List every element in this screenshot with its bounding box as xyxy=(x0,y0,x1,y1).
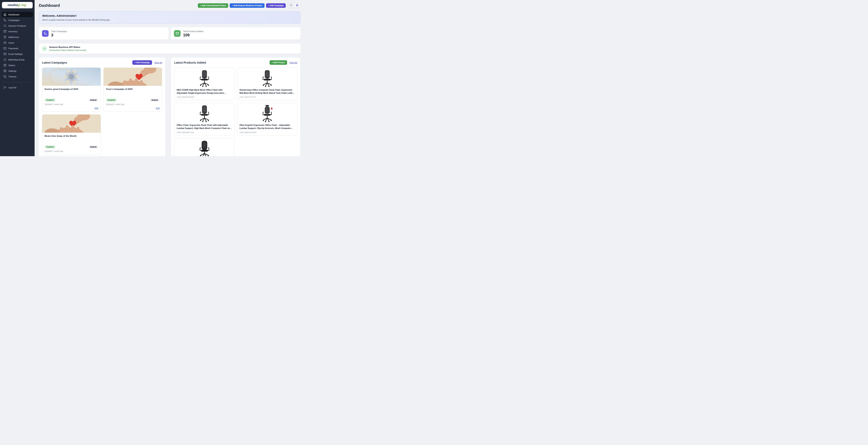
product-card-furmax[interactable]: Furmax Office Executive Chair High Back … xyxy=(174,138,235,156)
product-asin: ASIN: B0D3CX7FTL xyxy=(240,96,294,98)
grid-view-button[interactable] xyxy=(294,3,300,7)
main-content: Dashboard + Add Conventional Product + A… xyxy=(35,0,305,156)
sidebar-item-themes[interactable]: Themes xyxy=(2,74,33,79)
products-view-all-link[interactable]: View All xyxy=(289,61,297,64)
latest-campaigns-panel: Latest Campaigns + Add Campaign View All xyxy=(39,58,165,156)
api-status-value: Connected (Token Refresh Successful) xyxy=(49,49,86,51)
sidebar-item-inventory[interactable]: Inventory xyxy=(2,29,33,34)
app-root: mindfulgiing™ Dashboard Campaigns Amazon… xyxy=(0,0,305,156)
credit-card-icon xyxy=(3,47,6,50)
products-grid: NEO CHAIR High Back Mesh Office Chair wi… xyxy=(174,67,297,156)
view-toggle xyxy=(288,3,301,8)
campaign-image-heart-hands xyxy=(42,115,101,132)
archive-icon xyxy=(3,30,6,33)
sidebar-item-label: Addresses xyxy=(8,36,19,38)
campaign-card-tony[interactable]: Tony's Campaign of 2025 Enabled default … xyxy=(103,67,162,112)
topbar-actions: + Add Conventional Product + Add Amazon … xyxy=(198,3,301,8)
products-archive-icon xyxy=(174,30,181,37)
product-asin: ASIN: B09JWFHX3Z xyxy=(177,131,232,134)
product-title: Office Chair, Ergonomic Desk Chair with … xyxy=(177,124,232,130)
add-conventional-product-button[interactable]: + Add Conventional Product xyxy=(198,3,228,8)
sidebar-item-logout[interactable]: Log Out xyxy=(2,85,33,90)
add-amazon-business-product-button[interactable]: + Add Amazon Business Product xyxy=(230,3,265,8)
logo-tm: ™ xyxy=(26,4,27,5)
sidebar-item-settings[interactable]: Settings xyxy=(2,68,33,73)
product-title: Oline ErgoAir Ergonomic Office Chair – A… xyxy=(240,124,294,130)
campaign-badges: Enabled default xyxy=(44,145,98,149)
products-panel-head: Latest Products Added + Add Product View… xyxy=(174,60,297,65)
product-card-office-chair[interactable]: Office Chair, Ergonomic Desk Chair with … xyxy=(174,103,235,136)
sidebar-item-label: Log Out xyxy=(8,86,16,89)
tag-badge: default xyxy=(150,98,160,102)
map-pin-icon xyxy=(3,36,6,38)
mail-icon xyxy=(3,53,6,55)
sidebar-item-dashboard[interactable]: Dashboard xyxy=(2,12,33,17)
sidebar-item-label: Marketing Email xyxy=(8,59,24,61)
sidebar-item-label: Inventory xyxy=(8,30,18,33)
api-status-title: Amazon Business API Status xyxy=(49,46,86,48)
add-campaign-button[interactable]: + Add Campaign xyxy=(266,3,286,8)
sidebar-item-label: Settings xyxy=(8,70,17,72)
page-title: Dashboard xyxy=(39,3,60,8)
campaign-card-body: Suma's great Campaign of 2025 Enabled de… xyxy=(42,86,101,112)
campaign-card-meals[interactable]: Meals Give Away of the Month Enabled def… xyxy=(42,114,101,155)
sidebar-item-amazon-products[interactable]: Amazon Products xyxy=(2,23,33,28)
stat-value: 109 xyxy=(183,33,203,37)
panel-add-campaign-button[interactable]: + Add Campaign xyxy=(132,60,152,65)
campaigns-grid: Suma's great Campaign of 2025 Enabled de… xyxy=(42,67,162,155)
sidebar-item-campaigns[interactable]: Campaigns xyxy=(2,18,33,23)
total-products-card: Total Products Added 109 xyxy=(171,27,301,40)
campaigns-head-actions: + Add Campaign View All xyxy=(132,60,162,65)
amazon-api-status-card: Amazon Business API Status Connected (To… xyxy=(39,43,301,54)
welcome-banner: Welcome, Administrator! Here's a quick o… xyxy=(39,11,301,24)
status-badge: Enabled xyxy=(44,145,56,149)
sidebar-item-label: Dashboard xyxy=(8,13,19,16)
campaign-card-body: Tony's Campaign of 2025 Enabled default … xyxy=(103,86,162,112)
sidebar-item-marketing-email[interactable]: Marketing Email xyxy=(2,57,33,62)
welcome-subtitle: Here's a quick overview of your recent a… xyxy=(42,19,297,21)
sidebar-item-email-settings[interactable]: Email Settings xyxy=(2,51,33,57)
sidebar-item-orders[interactable]: Orders xyxy=(2,63,33,68)
product-image-office-chair xyxy=(240,105,294,122)
sidebar-item-addresses[interactable]: Addresses xyxy=(2,34,33,40)
sidebar-item-label: Themes xyxy=(8,76,17,78)
campaigns-phone-icon xyxy=(42,30,49,37)
products-head-actions: + Add Product View All xyxy=(270,60,297,65)
panels-row: Latest Campaigns + Add Campaign View All xyxy=(39,58,301,156)
tag-badge: default xyxy=(88,98,98,102)
sidebar-divider xyxy=(2,82,33,83)
campaign-badges: Enabled default xyxy=(106,98,160,102)
stat-label: Total Campaigns xyxy=(51,30,67,32)
search-icon xyxy=(3,24,6,27)
product-card-sweetcrispy[interactable]: Sweetcrispy Office Computer Desk Chair, … xyxy=(237,67,297,100)
sidebar-item-payments[interactable]: Payments xyxy=(2,46,33,51)
campaign-updated: Updated 1 week ago xyxy=(106,103,160,106)
campaigns-panel-head: Latest Campaigns + Add Campaign View All xyxy=(42,60,162,65)
campaign-updated: Updated 1 week ago xyxy=(44,103,98,106)
stat-label: Total Products Added xyxy=(183,30,203,32)
product-card-oline-ergoair[interactable]: Oline ErgoAir Ergonomic Office Chair – A… xyxy=(237,103,297,136)
campaign-title: Suma's great Campaign of 2025 xyxy=(44,88,98,90)
logo-word-mindful: mindful xyxy=(7,3,18,7)
panel-add-product-button[interactable]: + Add Product xyxy=(270,60,287,65)
logo-word-giving-end: ing xyxy=(22,3,26,7)
campaign-title: Tony's Campaign of 2025 xyxy=(106,88,160,90)
sidebar-item-label: Campaigns xyxy=(8,19,20,21)
campaign-edit-link[interactable]: Edit xyxy=(95,107,98,109)
sidebar: mindfulgiing™ Dashboard Campaigns Amazon… xyxy=(0,0,35,156)
product-card-neo-chair[interactable]: NEO CHAIR High Back Mesh Office Chair wi… xyxy=(174,67,235,100)
sidebar-nav: Dashboard Campaigns Amazon Products Inve… xyxy=(0,11,35,80)
product-title: NEO CHAIR High Back Mesh Office Chair wi… xyxy=(177,88,232,94)
product-image-executive-chair xyxy=(177,140,232,156)
message-circle-icon xyxy=(3,58,6,61)
mindful-giving-logo[interactable]: mindfulgiing™ xyxy=(2,2,33,8)
total-campaigns-card: Total Campaigns 3 xyxy=(39,27,168,40)
campaign-title: Meals Give Away of the Month xyxy=(44,135,98,137)
campaigns-view-all-link[interactable]: View All xyxy=(154,61,162,64)
status-badge: Enabled xyxy=(44,98,56,102)
sidebar-item-users[interactable]: Users xyxy=(2,40,33,45)
campaign-card-suma[interactable]: Suma's great Campaign of 2025 Enabled de… xyxy=(42,67,101,112)
campaign-edit-link[interactable]: Edit xyxy=(156,107,160,109)
sidebar-item-label: Amazon Products xyxy=(8,25,26,27)
list-view-button[interactable] xyxy=(289,3,294,7)
